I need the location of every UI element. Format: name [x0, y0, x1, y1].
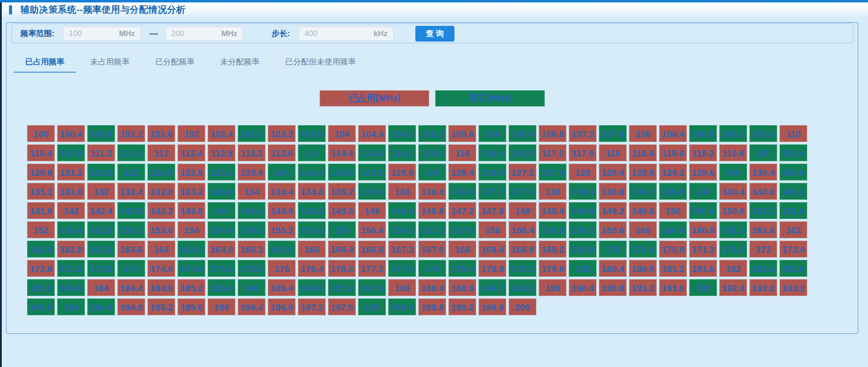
frequency-cell: 146.8 [418, 202, 446, 219]
frequency-cell: 184.8 [147, 279, 175, 296]
frequency-cell: 194 [57, 298, 85, 315]
frequency-cell: 188 [388, 279, 416, 296]
frequency-cell: 141.6 [27, 202, 55, 219]
frequency-cell: 131.2 [27, 183, 55, 200]
frequency-cell: 175.2 [208, 260, 235, 277]
frequency-cell: 191.6 [659, 279, 687, 296]
frequency-cell: 162 [780, 221, 807, 238]
frequency-cell: 129.2 [659, 164, 687, 180]
frequency-cell: 126.4 [448, 164, 476, 180]
frequency-cell: 115.6 [418, 144, 446, 161]
frequency-cell: 148.8 [569, 202, 597, 219]
tab-2[interactable]: 已分配频率 [143, 52, 208, 72]
frequency-cell: 140 [689, 183, 717, 200]
frequency-cell: 143.6 [178, 202, 205, 219]
step-field[interactable]: kHz [299, 26, 394, 41]
frequency-cell: 117.2 [539, 144, 566, 161]
frequency-cell: 193.2 [780, 279, 807, 296]
frequency-cell: 171.2 [689, 241, 717, 258]
frequency-cell: 125.2 [358, 164, 386, 180]
tab-0[interactable]: 已占用频率 [13, 52, 78, 72]
frequency-cell: 101.6 [147, 125, 175, 142]
frequency-cell: 140.8 [749, 183, 777, 200]
legend-occupied[interactable]: 已占用[MHz] [320, 90, 429, 106]
frequency-cell: 182.4 [749, 260, 777, 277]
frequency-cell: 151.2 [749, 202, 777, 219]
frequency-cell: 160.4 [659, 221, 687, 238]
frequency-cell: 122.8 [178, 164, 205, 180]
frequency-cell: 116 [448, 144, 476, 161]
tab-4[interactable]: 已分配但未使用频率 [273, 52, 368, 72]
frequency-cell: 108.8 [689, 125, 717, 142]
frequency-cell: 123.2 [208, 164, 235, 180]
frequency-cell: 164.8 [208, 241, 235, 258]
frequency-cell: 142.8 [117, 202, 145, 219]
frequency-cell: 135.6 [358, 183, 386, 200]
step-input[interactable] [299, 29, 347, 38]
frequency-cell: 152 [27, 221, 55, 238]
frequency-cell: 129.6 [689, 164, 717, 180]
frequency-cell: 160.8 [689, 221, 717, 238]
frequency-cell: 145.2 [298, 202, 326, 219]
frequency-cell: 108 [629, 125, 657, 142]
frequency-cell: 132.8 [147, 183, 175, 200]
frequency-cell: 137.2 [479, 183, 506, 200]
frequency-cell: 168 [448, 241, 476, 258]
frequency-cell: 175.6 [238, 260, 265, 277]
frequency-cell: 122.4 [147, 164, 175, 180]
frequency-cell: 115.2 [388, 144, 416, 161]
frequency-cell: 199.6 [479, 298, 506, 315]
frequency-cell: 159.2 [569, 221, 597, 238]
query-button[interactable]: 查 询 [415, 26, 454, 42]
frequency-cell: 117.6 [569, 144, 597, 161]
frequency-cell: 161.6 [749, 221, 777, 238]
frequency-cell: 136.8 [448, 183, 476, 200]
frequency-cell: 176 [268, 260, 296, 277]
frequency-cell: 169.6 [569, 241, 597, 258]
range-to-input[interactable] [166, 29, 214, 38]
frequency-cell: 149.2 [599, 202, 627, 219]
frequency-cell: 148 [509, 202, 536, 219]
tab-1[interactable]: 未占用频率 [78, 52, 143, 72]
frequency-cell: 142.4 [87, 202, 115, 219]
range-from-field[interactable]: MHz [63, 26, 141, 41]
frequency-cell: 186.8 [298, 279, 326, 296]
frequency-cell: 188.4 [418, 279, 446, 296]
frequency-cell: 134 [238, 183, 265, 200]
range-dash: — [149, 29, 158, 39]
frequency-cell: 177.6 [388, 260, 416, 277]
frequency-cell: 161.2 [719, 221, 747, 238]
frequency-cell: 179.2 [509, 260, 536, 277]
range-to-field[interactable]: MHz [165, 26, 243, 41]
frequency-cell: 187.6 [358, 279, 386, 296]
frequency-cell: 172.4 [780, 241, 807, 258]
frequency-cell: 160 [629, 221, 657, 238]
frequency-cell: 120 [749, 144, 777, 161]
frequency-cell: 196 [208, 298, 235, 315]
frequency-cell: 162.4 [27, 241, 55, 258]
frequency-cell: 113.2 [238, 144, 265, 161]
frequency-cell: 186.4 [268, 279, 296, 296]
frequency-cell: 180.8 [629, 260, 657, 277]
frequency-cell: 110.4 [27, 144, 55, 161]
frequency-cell: 155.2 [268, 221, 296, 238]
frequency-cell: 118.8 [659, 144, 687, 161]
frequency-cell: 176.4 [298, 260, 326, 277]
legend-other[interactable]: 其它[MHz] [435, 90, 545, 106]
frequency-cell: 165.6 [268, 241, 296, 258]
frequency-cell: 174 [117, 260, 145, 277]
frequency-cell: 186 [238, 279, 265, 296]
tab-3[interactable]: 未分配频率 [208, 52, 273, 72]
frequency-cell: 145.6 [328, 202, 356, 219]
frequency-cell: 111.2 [87, 144, 115, 161]
frequency-cell: 193.6 [27, 298, 55, 315]
frequency-cell: 142 [57, 202, 85, 219]
frequency-cell: 155.6 [298, 221, 326, 238]
range-from-input[interactable] [63, 29, 111, 38]
frequency-cell: 164.4 [178, 241, 205, 258]
frequency-cell: 154.4 [208, 221, 235, 238]
frequency-cell: 178.4 [448, 260, 476, 277]
frequency-cell: 138 [539, 183, 566, 200]
frequency-cell: 156.8 [388, 221, 416, 238]
frequency-cell: 198 [358, 298, 386, 315]
